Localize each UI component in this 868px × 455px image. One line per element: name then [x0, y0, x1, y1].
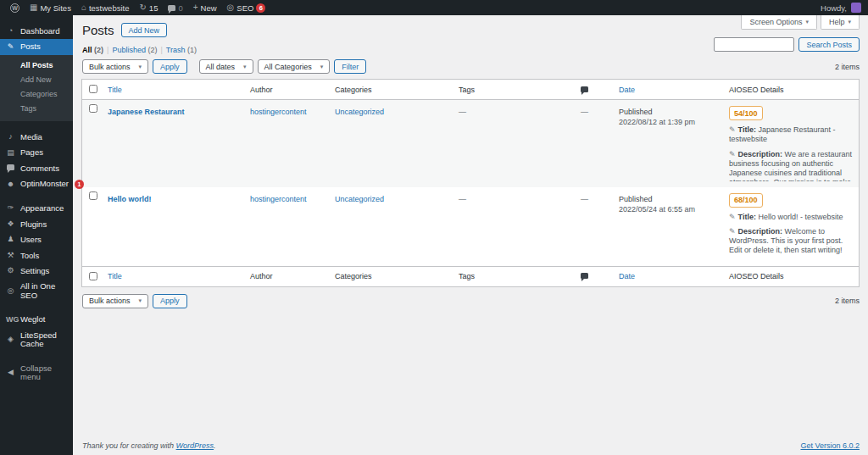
- search-input[interactable]: [714, 37, 794, 52]
- select-all-checkbox[interactable]: [89, 85, 97, 93]
- updates-menu[interactable]: ↻15: [134, 0, 163, 15]
- sidebar-item-media[interactable]: ♪Media: [0, 130, 73, 145]
- submenu-item-categories[interactable]: Categories: [0, 87, 73, 102]
- sidebar-item-comments[interactable]: Comments: [0, 161, 73, 176]
- post-status: Published: [619, 195, 719, 203]
- help-tab[interactable]: Help▾: [821, 15, 860, 30]
- categories-filter-select[interactable]: All Categories▾: [258, 59, 331, 74]
- screen-options-tab[interactable]: Screen Options▾: [741, 15, 817, 30]
- seo-description-label: Description:: [738, 150, 783, 158]
- column-header-aioseo: AIOSEO Details: [724, 266, 860, 286]
- wordpress-menu[interactable]: W: [5, 0, 25, 15]
- submenu-item-add-new[interactable]: Add New: [0, 73, 73, 87]
- sidebar-item-settings[interactable]: ⚙Settings: [0, 264, 73, 279]
- column-header-categories: Categories: [330, 80, 453, 100]
- howdy-label[interactable]: Howdy,: [821, 3, 847, 13]
- sidebar-item-plugins[interactable]: ❖Plugins: [0, 217, 73, 232]
- my-sites-menu[interactable]: ▦My Sites: [25, 0, 76, 15]
- sidebar-item-label: LiteSpeed Cache: [20, 331, 67, 349]
- view-trash[interactable]: Trash (1): [166, 46, 197, 54]
- seo-gauge-icon: ◎: [6, 287, 15, 296]
- media-icon: ♪: [6, 133, 15, 141]
- collapse-menu-button[interactable]: ◀Collapse menu: [0, 361, 73, 386]
- settings-icon: ⚙: [6, 267, 15, 275]
- tablenav-bottom: Bulk actions▾ Apply 2 items: [73, 287, 868, 314]
- sidebar-item-litespeed-cache[interactable]: ◈LiteSpeed Cache: [0, 328, 73, 352]
- apply-button[interactable]: Apply: [153, 59, 187, 74]
- category-link[interactable]: Uncategorized: [335, 195, 384, 203]
- seo-score-badge[interactable]: 68/100: [729, 193, 763, 208]
- sidebar-item-appearance[interactable]: ✑Appearance: [0, 201, 73, 216]
- sidebar-item-all-in-one-seo[interactable]: ◎All in One SEO: [0, 279, 73, 303]
- comments-icon: [168, 5, 175, 11]
- edit-pencil-icon[interactable]: ✎: [729, 227, 736, 236]
- apply-button[interactable]: Apply: [153, 294, 187, 308]
- post-status: Published: [619, 108, 719, 116]
- author-link[interactable]: hostingercontent: [250, 195, 307, 203]
- view-published[interactable]: Published (2): [112, 46, 157, 54]
- seo-title-value: Hello world! - testwebsite: [758, 213, 843, 221]
- site-name-menu[interactable]: ⌂testwebsite: [76, 0, 135, 15]
- seo-title-label: Title:: [738, 125, 756, 134]
- new-content-menu[interactable]: +New: [188, 0, 222, 15]
- users-icon: ♟: [6, 236, 15, 244]
- dates-filter-select[interactable]: All dates▾: [199, 59, 253, 74]
- page-footer: Thank you for creating with WordPress. G…: [82, 441, 860, 450]
- submenu-item-all-posts[interactable]: All Posts: [0, 58, 73, 73]
- sidebar-item-label: Weglot: [20, 315, 45, 324]
- view-all[interactable]: All (2): [82, 46, 103, 54]
- sidebar-item-pages[interactable]: ▤Pages: [0, 145, 73, 160]
- category-link[interactable]: Uncategorized: [335, 108, 384, 116]
- column-header-aioseo: AIOSEO Details: [724, 80, 860, 100]
- search-posts-button[interactable]: Search Posts: [798, 37, 860, 52]
- comments-bubble-icon: [7, 164, 14, 170]
- wordpress-link[interactable]: WordPress: [176, 441, 214, 450]
- sidebar-item-label: Pages: [20, 148, 43, 157]
- sidebar-item-dashboard[interactable]: ◔Dashboard: [0, 24, 73, 39]
- column-header-date[interactable]: Date: [619, 86, 635, 94]
- seo-menu[interactable]: ◎SEO6: [222, 0, 271, 15]
- column-header-date[interactable]: Date: [619, 272, 635, 280]
- sidebar-item-optinmonster[interactable]: ☻OptinMonster1: [0, 176, 73, 192]
- get-version-link[interactable]: Get Version 6.0.2: [800, 441, 860, 450]
- seo-description-label: Description:: [738, 227, 783, 236]
- column-header-title[interactable]: Title: [108, 272, 122, 280]
- submenu-item-tags[interactable]: Tags: [0, 102, 73, 116]
- tools-icon: ⚒: [6, 252, 15, 260]
- row-checkbox[interactable]: [89, 104, 97, 113]
- filter-button[interactable]: Filter: [334, 59, 366, 74]
- post-title-link[interactable]: Japanese Restaurant: [108, 108, 185, 116]
- post-title-link[interactable]: Hello world!: [108, 195, 152, 203]
- screen-options-label: Screen Options: [749, 18, 802, 26]
- tablenav-top: Bulk actions▾ Apply All dates▾ All Categ…: [73, 54, 868, 79]
- edit-pencil-icon[interactable]: ✎: [729, 125, 736, 134]
- comments-count: 0: [178, 3, 182, 13]
- sidebar-item-weglot[interactable]: WGWeglot: [0, 312, 73, 327]
- seo-score-badge[interactable]: 54/100: [729, 106, 763, 120]
- home-icon: ⌂: [81, 3, 86, 12]
- sidebar-item-label: Collapse menu: [20, 364, 67, 382]
- row-checkbox[interactable]: [89, 191, 97, 200]
- edit-pencil-icon[interactable]: ✎: [729, 213, 736, 221]
- add-new-button[interactable]: Add New: [121, 23, 168, 37]
- chevron-down-icon: ▾: [139, 297, 142, 304]
- updates-icon: ↻: [139, 3, 146, 12]
- user-avatar[interactable]: [851, 3, 861, 13]
- edit-pencil-icon[interactable]: ✎: [729, 150, 736, 158]
- column-header-title[interactable]: Title: [108, 86, 122, 94]
- posts-table: Title Author Categories Tags Date AIOSEO…: [81, 79, 860, 287]
- my-sites-icon: ▦: [30, 3, 37, 12]
- sidebar-item-tools[interactable]: ⚒Tools: [0, 248, 73, 264]
- sidebar-item-posts[interactable]: ✎Posts: [0, 39, 73, 54]
- bulk-actions-select[interactable]: Bulk actions▾: [82, 294, 148, 308]
- sidebar-item-users[interactable]: ♟Users: [0, 232, 73, 247]
- comments-menu[interactable]: 0: [163, 0, 187, 15]
- weglot-icon: WG: [6, 316, 15, 325]
- items-count: 2 items: [835, 63, 860, 71]
- wordpress-logo-icon: W: [10, 3, 19, 13]
- new-label: New: [201, 3, 217, 13]
- comments-empty: —: [581, 108, 588, 116]
- select-all-checkbox[interactable]: [89, 272, 97, 280]
- bulk-actions-select[interactable]: Bulk actions▾: [82, 59, 148, 74]
- author-link[interactable]: hostingercontent: [250, 108, 307, 116]
